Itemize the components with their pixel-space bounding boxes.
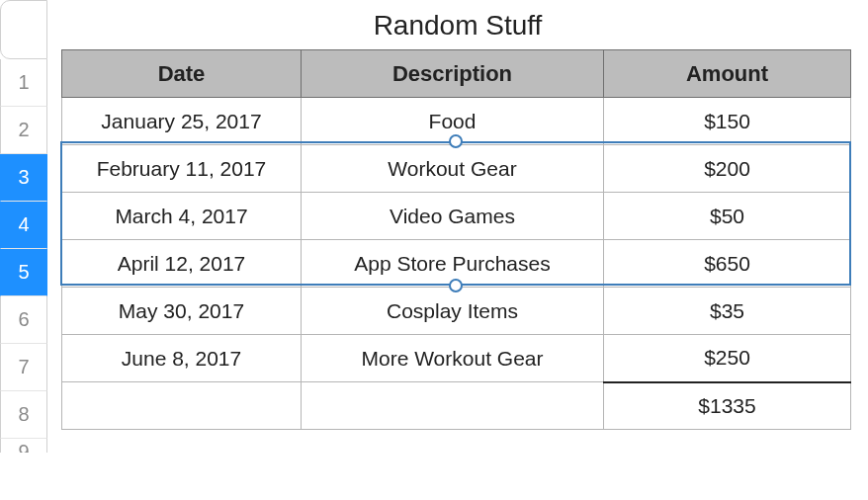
row-header-8[interactable]: 8 bbox=[0, 391, 47, 439]
row-header-corner[interactable] bbox=[0, 0, 47, 59]
table-title[interactable]: Random Stuff bbox=[61, 10, 854, 42]
header-row: Date Description Amount bbox=[62, 50, 851, 98]
spreadsheet-table: Date Description Amount January 25, 2017… bbox=[61, 49, 851, 430]
cell-amount[interactable]: $650 bbox=[604, 240, 851, 288]
cell-amount[interactable]: $200 bbox=[604, 145, 851, 193]
row-header-4[interactable]: 4 bbox=[0, 202, 47, 249]
table-row-sum: $1335 bbox=[62, 382, 851, 430]
cell-date[interactable]: June 8, 2017 bbox=[62, 335, 302, 382]
row-header-3[interactable]: 3 bbox=[0, 154, 47, 202]
row-header-gutter: 1 2 3 4 5 6 7 8 9 bbox=[0, 0, 47, 453]
cell-amount-total[interactable]: $1335 bbox=[604, 382, 851, 430]
col-header-amount[interactable]: Amount bbox=[604, 50, 851, 98]
cell-amount[interactable]: $35 bbox=[604, 288, 851, 335]
cell-date[interactable]: January 25, 2017 bbox=[62, 98, 302, 145]
cell-date[interactable]: February 11, 2017 bbox=[62, 145, 302, 193]
cell-description[interactable] bbox=[302, 382, 604, 430]
cell-description[interactable]: Video Games bbox=[302, 193, 604, 240]
cell-amount[interactable]: $50 bbox=[604, 193, 851, 240]
cell-date[interactable]: May 30, 2017 bbox=[62, 288, 302, 335]
cell-amount[interactable]: $250 bbox=[604, 335, 851, 382]
cell-amount[interactable]: $150 bbox=[604, 98, 851, 145]
cell-date[interactable]: April 12, 2017 bbox=[62, 240, 302, 288]
table-row: June 8, 2017 More Workout Gear $250 bbox=[62, 335, 851, 382]
col-header-date[interactable]: Date bbox=[62, 50, 302, 98]
selection-handle-top[interactable] bbox=[449, 134, 463, 148]
cell-description[interactable]: Cosplay Items bbox=[302, 288, 604, 335]
row-header-9[interactable]: 9 bbox=[0, 439, 47, 453]
row-header-5[interactable]: 5 bbox=[0, 249, 47, 296]
table-row: May 30, 2017 Cosplay Items $35 bbox=[62, 288, 851, 335]
table-row: March 4, 2017 Video Games $50 bbox=[62, 193, 851, 240]
cell-description[interactable]: More Workout Gear bbox=[302, 335, 604, 382]
row-header-1[interactable]: 1 bbox=[0, 59, 47, 107]
row-header-6[interactable]: 6 bbox=[0, 296, 47, 344]
selection-handle-bottom[interactable] bbox=[449, 279, 463, 292]
cell-description[interactable]: Workout Gear bbox=[302, 145, 604, 193]
row-header-2[interactable]: 2 bbox=[0, 107, 47, 154]
row-header-7[interactable]: 7 bbox=[0, 344, 47, 391]
col-header-description[interactable]: Description bbox=[302, 50, 604, 98]
cell-date[interactable] bbox=[62, 382, 302, 430]
cell-date[interactable]: March 4, 2017 bbox=[62, 193, 302, 240]
table-row: February 11, 2017 Workout Gear $200 bbox=[62, 145, 851, 193]
